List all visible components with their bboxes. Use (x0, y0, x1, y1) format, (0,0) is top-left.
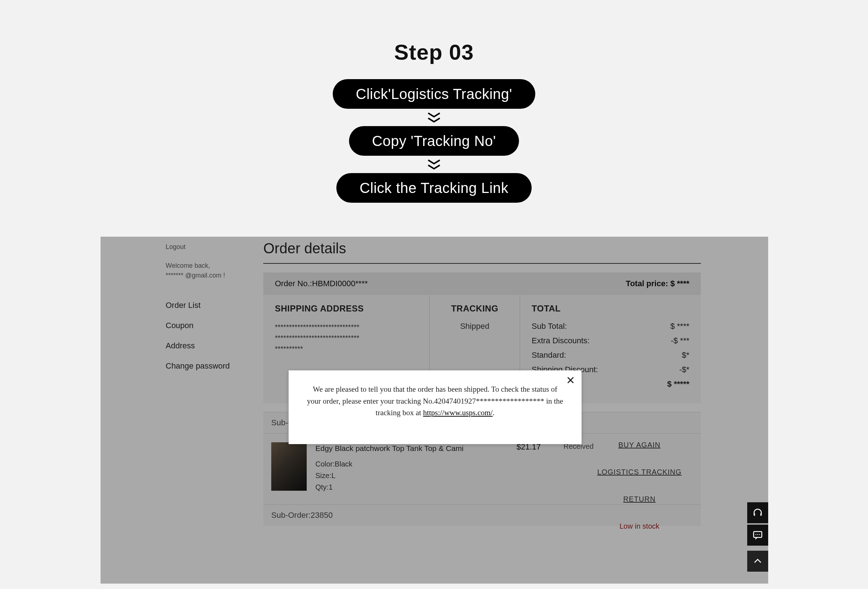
svg-point-2 (757, 534, 759, 535)
address-line: ****************************** (275, 322, 418, 333)
pill-copy-tracking-no: Copy 'Tracking No' (349, 126, 520, 156)
address-line: ****************************** (275, 333, 418, 343)
item-actions: BUY AGAIN LOGISTICS TRACKING RETURN Low … (592, 441, 686, 530)
order-number-value: HBMDI0000**** (312, 279, 368, 288)
order-number: Order No.:HBMDI0000**** (275, 279, 368, 289)
product-name[interactable]: Edgy Black patchwork Top Tank Top & Cami (315, 442, 464, 455)
chevron-down-icon (428, 112, 440, 122)
floating-support-buttons (747, 502, 768, 572)
order-total-price-value: $ **** (670, 279, 689, 288)
product-color: Color:Black (315, 458, 464, 470)
product-meta: Edgy Black patchwork Top Tank Top & Cami… (315, 442, 464, 493)
account-sidebar: Logout Welcome back, ******* @gmail.com … (165, 243, 256, 381)
subtotal-label: Sub Total: (531, 322, 567, 331)
buy-again-button[interactable]: BUY AGAIN (592, 441, 686, 449)
step-title: Step 03 (0, 0, 868, 65)
sidebar-item-order-list[interactable]: Order List (165, 300, 256, 310)
tracking-link[interactable]: https://www.usps.com/ (423, 408, 493, 417)
standard-label: Standard: (531, 350, 566, 360)
total-header: TOTAL (531, 303, 689, 314)
total-row-standard: Standard: $* (531, 350, 689, 360)
order-page-screenshot: Logout Welcome back, ******* @gmail.com … (100, 237, 768, 583)
order-total-price-label: Total price: (626, 279, 668, 288)
logistics-tracking-button[interactable]: LOGISTICS TRACKING (592, 468, 686, 476)
welcome-email: ******* @gmail.com ! (165, 272, 225, 279)
pill-logistics-tracking: Click'Logistics Tracking' (333, 79, 535, 109)
pill-click-tracking-link: Click the Tracking Link (337, 173, 531, 203)
headset-icon[interactable] (747, 502, 768, 523)
order-item-row: Edgy Black patchwork Top Tank Top & Cami… (263, 434, 701, 504)
standard-value: $* (682, 350, 689, 360)
welcome-text: Welcome back, ******* @gmail.com ! (165, 261, 256, 280)
return-button[interactable]: RETURN (592, 495, 686, 504)
address-line: ********** (275, 343, 418, 354)
order-total-price: Total price: $ **** (626, 279, 689, 289)
logout-link[interactable]: Logout (165, 243, 256, 251)
tracking-modal: ✕ We are pleased to tell you that the or… (289, 370, 582, 444)
subtotal-value: $ **** (670, 322, 689, 331)
close-icon[interactable]: ✕ (566, 374, 575, 387)
tracking-header: TRACKING (441, 303, 508, 314)
order-number-label: Order No.: (275, 279, 312, 288)
chat-icon[interactable] (747, 525, 768, 546)
final-total-value: $ ***** (667, 380, 689, 389)
extra-discounts-label: Extra Discounts: (531, 336, 589, 346)
sidebar-item-address[interactable]: Address (165, 341, 256, 350)
sidebar-item-change-password[interactable]: Change password (165, 361, 256, 371)
shipping-discount-value: -$* (679, 365, 689, 374)
instruction-pill-stack: Click'Logistics Tracking' Copy 'Tracking… (0, 65, 868, 203)
total-row-subtotal: Sub Total: $ **** (531, 322, 689, 331)
low-stock-badge: Low in stock (592, 522, 686, 530)
modal-text-end: . (493, 408, 495, 417)
scroll-to-top-icon[interactable] (747, 551, 768, 572)
extra-discounts-value: -$ *** (671, 336, 689, 346)
svg-point-3 (759, 534, 760, 535)
order-header-bar: Order No.:HBMDI0000**** Total price: $ *… (263, 272, 701, 295)
product-size: Size:L (315, 470, 464, 482)
product-thumbnail[interactable] (271, 442, 307, 491)
svg-point-1 (756, 534, 757, 535)
chevron-down-icon (428, 159, 440, 169)
welcome-label: Welcome back, (165, 262, 210, 269)
sidebar-item-coupon[interactable]: Coupon (165, 321, 256, 330)
shipping-address-header: SHIPPING ADDRESS (275, 303, 418, 314)
page-title: Order details (263, 240, 701, 263)
tracking-status: Shipped (441, 322, 508, 331)
total-row-extra-discounts: Extra Discounts: -$ *** (531, 336, 689, 346)
product-qty: Qty:1 (315, 482, 464, 493)
title-divider (263, 263, 701, 264)
modal-message: We are pleased to tell you that the orde… (307, 383, 564, 419)
